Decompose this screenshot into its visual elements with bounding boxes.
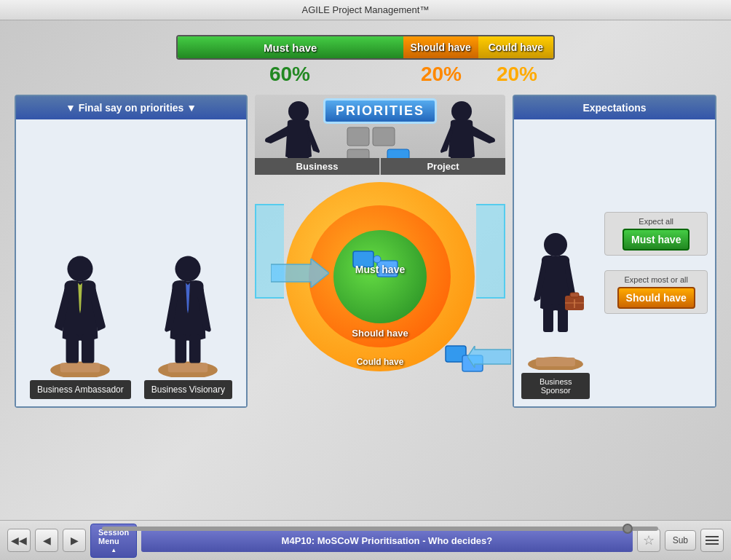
channel-right [476, 204, 505, 299]
must-label-circle: Must have [355, 264, 405, 275]
main-area: Must have Should have Could have 60% 20%… [0, 20, 731, 520]
should-label-circle: Should have [352, 328, 408, 339]
svg-rect-34 [570, 293, 579, 297]
progress-track [102, 527, 658, 531]
sponsor-label: Business Sponsor [521, 373, 590, 399]
svg-point-30 [544, 233, 567, 256]
ambassador-silhouette [44, 246, 116, 377]
menu-line-2 [706, 540, 719, 541]
sponsor-silhouette [523, 224, 588, 370]
session-menu-arrow: ▲ [111, 547, 116, 553]
could-label-circle: Could have [357, 357, 404, 367]
expect-should-box: Expect most or all Should have [604, 270, 708, 314]
svg-point-18 [451, 101, 472, 122]
menu-line-1 [706, 536, 719, 537]
sub-button[interactable]: Sub [665, 530, 696, 551]
right-panel: Expectations [513, 95, 716, 408]
should-pct: 20% [403, 63, 479, 86]
expect-should-label: Expect most or all [611, 275, 701, 284]
priorities-title: PRIORITIES [323, 98, 437, 124]
svg-marker-21 [271, 259, 329, 288]
left-panel-header: ▼ Final say on priorities ▼ [16, 96, 246, 119]
svg-rect-4 [82, 335, 95, 363]
visionary-silhouette [151, 246, 224, 377]
left-panel-body: Business Ambassador [16, 119, 246, 406]
next-button[interactable]: ▶ [63, 529, 86, 552]
percentages: 60% 20% 20% [176, 63, 555, 86]
svg-rect-29 [536, 358, 575, 366]
svg-rect-14 [373, 127, 395, 146]
figure-business-visionary: Business Visionary [144, 246, 232, 399]
prev-button[interactable]: ◀ [35, 529, 58, 552]
must-have-arrow [271, 259, 329, 288]
panels: ▼ Final say on priorities ▼ [15, 95, 716, 408]
app-title: AGILE Project Management™ [302, 4, 430, 15]
left-panel: ▼ Final say on priorities ▼ [15, 95, 248, 408]
should-have-bar: Should have [403, 36, 478, 58]
could-pct: 20% [479, 63, 555, 86]
right-panel-body: Business Sponsor Expect all Must have Ex… [514, 119, 715, 406]
svg-marker-27 [467, 346, 511, 368]
expect-should-badge: Should have [617, 287, 695, 309]
progress-bar: Must have Should have Could have [176, 35, 555, 60]
must-have-bar: Must have [178, 36, 403, 58]
svg-rect-6 [168, 363, 208, 373]
svg-rect-8 [175, 335, 187, 363]
svg-point-24 [374, 256, 381, 263]
prev-prev-button[interactable]: ◀◀ [7, 529, 31, 552]
concentric-circles: Must have Should have Could have [285, 182, 475, 371]
svg-rect-1 [60, 363, 100, 373]
svg-rect-3 [66, 335, 79, 363]
title-bar: AGILE Project Management™ [0, 0, 731, 20]
progress-section: Must have Should have Could have 60% 20%… [15, 35, 716, 86]
right-info: Expect all Must have Expect most or all … [597, 119, 715, 406]
svg-point-10 [288, 101, 309, 122]
must-pct: 60% [176, 63, 403, 86]
right-figure: Business Sponsor [514, 119, 597, 406]
proj-label: Project [381, 158, 505, 175]
could-have-bar: Could have [478, 36, 553, 58]
star-button[interactable]: ☆ [637, 529, 660, 552]
middle-panel: PRIORITIES [255, 95, 505, 408]
slide-title: M4P10: MoSCoW Prioritisation - Who decid… [141, 529, 632, 552]
ambassador-label: Business Ambassador [30, 380, 131, 399]
expect-must-badge: Must have [623, 229, 689, 251]
biz-label: Business [255, 158, 379, 175]
svg-point-7 [175, 256, 201, 282]
menu-line-3 [706, 543, 719, 545]
svg-point-2 [68, 256, 93, 282]
svg-rect-13 [347, 127, 369, 146]
right-panel-header: Expectations [514, 96, 715, 119]
visionary-label: Business Visionary [144, 380, 232, 399]
figure-business-ambassador: Business Ambassador [30, 246, 131, 399]
menu-button[interactable] [700, 529, 724, 552]
could-arrow [467, 346, 511, 368]
svg-rect-31 [543, 304, 553, 332]
svg-rect-9 [189, 335, 201, 363]
biz-proj-bar: Business Project [255, 158, 505, 175]
expect-must-box: Expect all Must have [604, 212, 708, 256]
progress-thumb[interactable] [623, 524, 633, 534]
expect-must-label: Expect all [611, 217, 701, 226]
